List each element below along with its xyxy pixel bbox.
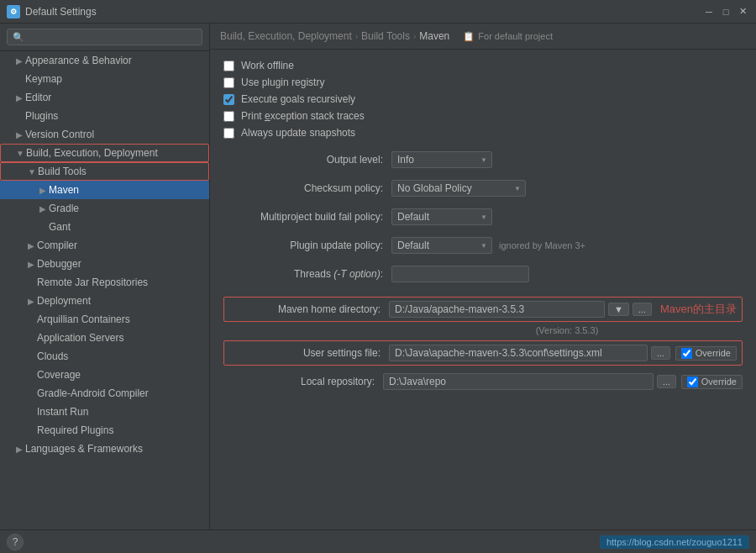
sidebar-item-arquillian[interactable]: Arquillian Containers <box>0 310 209 329</box>
sidebar-item-compiler[interactable]: Compiler <box>0 236 209 255</box>
sidebar-item-debugger[interactable]: Debugger <box>0 255 209 273</box>
always-update-checkbox[interactable] <box>223 128 234 139</box>
threads-row: Threads (-T option): <box>223 263 743 285</box>
execute-goals-checkbox[interactable] <box>223 94 234 105</box>
title-bar: ⚙ Default Settings ─ □ ✕ <box>0 0 756 24</box>
arrow-icon <box>25 241 37 250</box>
sidebar-item-gradle[interactable]: Gradle <box>0 199 209 218</box>
output-level-select[interactable]: Info Debug Quiet <box>391 151 492 168</box>
sidebar-item-clouds[interactable]: Clouds <box>0 347 209 366</box>
sidebar-item-version-control[interactable]: Version Control <box>0 125 209 144</box>
maximize-button[interactable]: □ <box>719 5 732 18</box>
user-settings-input[interactable] <box>389 345 648 361</box>
checkbox-work-offline: Work offline <box>223 60 743 71</box>
search-input[interactable] <box>28 31 197 43</box>
window-controls: ─ □ ✕ <box>702 5 749 18</box>
sidebar-item-remote-jar[interactable]: Remote Jar Repositories <box>0 273 209 292</box>
arrow-icon <box>13 445 25 454</box>
sidebar-item-keymap[interactable]: Keymap <box>0 70 209 88</box>
breadcrumb-part-1: Build, Execution, Deployment <box>220 30 352 42</box>
checksum-policy-label: Checksum policy: <box>223 182 391 194</box>
sidebar-item-build-exec[interactable]: Build, Execution, Deployment <box>0 144 209 162</box>
multiproject-policy-label: Multiproject build fail policy: <box>223 211 391 223</box>
help-button[interactable]: ? <box>7 534 24 550</box>
sidebar-item-plugins[interactable]: Plugins <box>0 107 209 125</box>
multiproject-policy-select-wrap: Default Always AtEnd Never <box>391 208 492 225</box>
search-icon: 🔍 <box>13 32 24 43</box>
arrow-icon <box>25 260 37 269</box>
maven-main-dir-label: Maven的主目录 <box>660 302 737 317</box>
sidebar-item-app-servers[interactable]: Application Servers <box>0 329 209 347</box>
threads-input[interactable] <box>391 266 529 282</box>
sidebar-item-required-plugins[interactable]: Required Plugins <box>0 421 209 440</box>
watermark: https://blog.csdn.net/zouguo1211 <box>600 535 749 549</box>
checkbox-execute-goals: Execute goals recursively <box>223 93 743 105</box>
maven-home-browse-btn[interactable]: ... <box>633 303 652 316</box>
right-panel: Build, Execution, Deployment › Build Too… <box>210 24 756 529</box>
checkbox-use-plugin: Use plugin registry <box>223 76 743 88</box>
execute-goals-label: Execute goals recursively <box>241 93 355 105</box>
search-box: 🔍 <box>0 24 209 51</box>
output-level-row: Output level: Info Debug Quiet <box>223 149 743 171</box>
checksum-policy-select-wrap: No Global Policy Fail Warn Ignore <box>391 180 526 197</box>
plugin-update-extra: ignored by Maven 3+ <box>499 240 585 250</box>
arrow-icon <box>37 186 49 195</box>
search-wrap[interactable]: 🔍 <box>7 29 202 45</box>
use-plugin-registry-checkbox[interactable] <box>223 77 234 88</box>
output-level-label: Output level: <box>223 154 391 166</box>
arrow-icon <box>13 93 25 103</box>
close-button[interactable]: ✕ <box>736 5 749 18</box>
maven-home-dropdown-btn[interactable]: ▼ <box>608 303 629 316</box>
sidebar-item-appearance[interactable]: Appearance & Behavior <box>0 51 209 70</box>
sidebar-item-coverage[interactable]: Coverage <box>0 366 209 384</box>
work-offline-checkbox[interactable] <box>223 61 234 71</box>
minimize-button[interactable]: ─ <box>702 5 716 18</box>
arrow-icon <box>37 204 49 213</box>
multiproject-policy-row: Multiproject build fail policy: Default … <box>223 206 743 228</box>
checksum-policy-row: Checksum policy: No Global Policy Fail W… <box>223 177 743 199</box>
sidebar-item-gradle-android[interactable]: Gradle-Android Compiler <box>0 384 209 403</box>
checkbox-print-exception: Print exception stack traces <box>223 110 743 122</box>
plugin-update-policy-label: Plugin update policy: <box>223 240 391 251</box>
sidebar-item-editor[interactable]: Editor <box>0 88 209 107</box>
use-plugin-registry-label: Use plugin registry <box>241 76 324 88</box>
user-settings-override-label: Override <box>696 348 731 358</box>
print-exception-label: Print exception stack traces <box>241 110 365 122</box>
checksum-policy-select[interactable]: No Global Policy Fail Warn Ignore <box>391 180 526 197</box>
arrow-icon <box>14 149 26 158</box>
local-repo-browse-btn[interactable]: ... <box>657 375 676 388</box>
sidebar-item-deployment[interactable]: Deployment <box>0 292 209 310</box>
print-exception-checkbox[interactable] <box>223 111 234 122</box>
sidebar-item-gant[interactable]: Gant <box>0 218 209 236</box>
breadcrumb: Build, Execution, Deployment › Build Too… <box>210 24 756 50</box>
sidebar-item-build-tools[interactable]: Build Tools <box>0 162 209 181</box>
local-repo-override-wrap: Override <box>681 375 743 389</box>
maven-home-input[interactable] <box>389 301 605 318</box>
plugin-update-policy-row: Plugin update policy: Default Always Nev… <box>223 234 743 256</box>
plugin-update-policy-select[interactable]: Default Always Never Interval <box>391 237 492 254</box>
maven-version-text: (Version: 3.5.3) <box>223 325 743 335</box>
arrow-icon <box>26 167 38 176</box>
plugin-update-policy-select-wrap: Default Always Never Interval <box>391 237 492 254</box>
breadcrumb-project: 📋 For default project <box>463 31 553 42</box>
user-settings-browse-btn[interactable]: ... <box>651 346 670 360</box>
app-icon: ⚙ <box>7 5 20 18</box>
maven-home-row: Maven home directory: ▼ ... Maven的主目录 <box>223 297 743 322</box>
user-settings-label: User settings file: <box>229 347 389 359</box>
always-update-label: Always update snapshots <box>241 127 355 139</box>
local-repo-input[interactable] <box>383 373 654 390</box>
sidebar-item-languages[interactable]: Languages & Frameworks <box>0 440 209 458</box>
arrow-icon <box>25 297 37 306</box>
breadcrumb-arrow-2: › <box>413 32 416 41</box>
user-settings-override-wrap: Override <box>675 346 737 361</box>
local-repo-override-checkbox[interactable] <box>687 377 698 387</box>
sidebar-item-maven[interactable]: Maven <box>0 181 209 199</box>
user-settings-override-checkbox[interactable] <box>681 348 692 359</box>
user-settings-row: User settings file: ... Override <box>223 340 743 366</box>
sidebar: 🔍 Appearance & Behavior Keymap Editor Pl… <box>0 24 210 529</box>
work-offline-label: Work offline <box>241 60 294 71</box>
sidebar-item-instant-run[interactable]: Instant Run <box>0 403 209 421</box>
breadcrumb-arrow-1: › <box>355 32 358 41</box>
local-repo-override-label: Override <box>701 377 737 387</box>
multiproject-policy-select[interactable]: Default Always AtEnd Never <box>391 208 492 225</box>
